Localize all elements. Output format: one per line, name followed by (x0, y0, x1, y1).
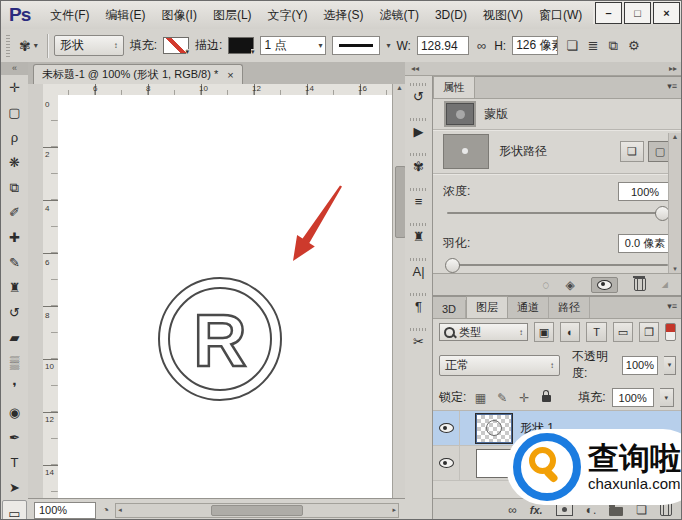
feather-slider-handle[interactable] (445, 258, 460, 273)
clone-stamp-tool[interactable]: ♜ (1, 275, 28, 300)
filter-type-layers-icon[interactable]: T (586, 322, 606, 342)
type-tool[interactable]: T (1, 450, 28, 475)
density-input[interactable]: 100% (618, 182, 672, 201)
mask-thumbnail[interactable] (446, 103, 474, 125)
layer-style-icon[interactable]: fx. (530, 504, 543, 516)
history-brush-tool[interactable]: ↺ (1, 300, 28, 325)
scroll-up-icon[interactable]: ▲ (672, 133, 679, 140)
feather-slider[interactable] (443, 257, 672, 272)
menu-edit[interactable]: 编辑(E) (98, 3, 154, 28)
fill-opacity-input[interactable]: 100% (612, 388, 654, 407)
horizontal-scrollbar[interactable]: ◂ ▸ (115, 503, 399, 518)
gear-icon[interactable]: ⚙ (626, 36, 642, 55)
add-layer-mask-button[interactable]: ❏ (620, 141, 644, 162)
mask-visibility-button[interactable] (591, 277, 618, 293)
path-operations-icon[interactable]: ❏ (564, 36, 580, 55)
menu-filter[interactable]: 滤镜(T) (372, 3, 427, 28)
menu-image[interactable]: 图像(I) (154, 3, 205, 28)
dodge-tool[interactable]: ◉ (1, 400, 28, 425)
menu-window[interactable]: 窗口(W) (531, 3, 590, 28)
filter-adjustment-layers-icon[interactable]: ◐ (560, 322, 580, 342)
clone-source-panel-button[interactable]: ♜ (405, 216, 432, 251)
blend-mode-select[interactable]: 正常 ↕ (439, 355, 560, 376)
maximize-button[interactable]: □ (624, 2, 651, 24)
filter-shape-layers-icon[interactable]: ▭ (613, 322, 633, 342)
layer-filter-select[interactable]: 类型 ↕ (439, 323, 528, 341)
path-selection-tool[interactable]: ➤ (1, 475, 28, 500)
tool-presets-panel-button[interactable]: ✂ (405, 321, 432, 356)
opacity-caret-icon[interactable]: ▾ (664, 356, 676, 375)
panel-menu-icon[interactable]: ▾≡ (667, 301, 677, 311)
blur-tool[interactable]: ❜ (1, 375, 28, 400)
crop-tool[interactable]: ⧉ (1, 175, 28, 200)
toolbar-collapse-icon[interactable]: « (1, 62, 28, 75)
mask-selection-icon[interactable]: ◌ (542, 278, 549, 292)
tab-properties[interactable]: 属性 (433, 76, 475, 98)
brush-tool[interactable]: ✎ (1, 250, 28, 275)
apply-mask-icon[interactable]: ◈ (566, 278, 575, 292)
shape-path-thumbnail[interactable] (443, 134, 489, 169)
delete-mask-button[interactable] (634, 278, 646, 291)
eyedropper-tool[interactable]: ✐ (1, 200, 28, 225)
shape-mode-select[interactable]: 形状 ↕ (54, 35, 124, 56)
filter-pixel-layers-icon[interactable]: ▣ (534, 322, 554, 342)
zoom-level-input[interactable]: 100% (34, 502, 96, 519)
stroke-swatch[interactable]: ▾ (228, 37, 254, 54)
menu-view[interactable]: 视图(V) (475, 3, 531, 28)
lock-transparency-icon[interactable]: ▦ (472, 391, 488, 405)
tab-close-icon[interactable]: × (227, 69, 233, 81)
panel-menu-icon[interactable]: ▾≡ (667, 81, 677, 91)
brush-presets-panel-button[interactable]: ≡ (405, 181, 432, 216)
tab-layers[interactable]: 图层 (466, 296, 508, 318)
stroke-width-input[interactable]: 1 点 ▾ (260, 36, 326, 55)
shape-tool[interactable]: ▭ (2, 500, 27, 520)
horizontal-scroll-thumb[interactable] (211, 505, 303, 516)
density-slider[interactable] (443, 205, 672, 220)
character-panel-button[interactable]: A| (405, 251, 432, 286)
scroll-right-icon[interactable]: ▸ (392, 506, 396, 514)
stroke-style-select[interactable] (332, 36, 380, 55)
new-group-folder-icon[interactable] (609, 507, 623, 516)
fill-caret-icon[interactable]: ▾ (660, 388, 674, 407)
quick-selection-tool[interactable]: ❋ (1, 150, 28, 175)
gradient-tool[interactable]: ▒ (1, 350, 28, 375)
actions-panel-button[interactable]: ▶ (405, 111, 432, 146)
scroll-up-icon[interactable]: ▲ (396, 84, 403, 91)
brush-panel-button[interactable]: ✾ (405, 146, 432, 181)
collapse-panels-icon[interactable]: ▸▸ (669, 64, 677, 73)
eraser-tool[interactable]: ▰ (1, 325, 28, 350)
layer-thumbnail[interactable] (476, 414, 512, 443)
filter-smart-objects-icon[interactable]: ❐ (639, 322, 659, 342)
lasso-tool[interactable]: ρ (1, 125, 28, 150)
tool-preset-picker[interactable]: ✾ ▾ (16, 36, 41, 56)
scroll-left-icon[interactable]: ◂ (118, 506, 122, 514)
pen-tool[interactable]: ✒ (1, 425, 28, 450)
link-layers-icon[interactable]: ∞ (508, 503, 517, 517)
link-dimensions-icon[interactable]: ∞ (475, 36, 488, 55)
feather-input[interactable]: 0.0 像素 (618, 234, 672, 253)
opacity-input[interactable]: 100% (622, 356, 658, 375)
document-tab[interactable]: 未标题-1 @ 100% (形状 1, RGB/8) * × (33, 64, 243, 84)
scroll-down-icon[interactable]: ▾ (669, 265, 681, 273)
layer-visibility-toggle[interactable] (433, 411, 460, 445)
menu-layer[interactable]: 图层(L) (205, 3, 260, 28)
history-panel-button[interactable]: ↺ (405, 76, 432, 111)
menu-select[interactable]: 选择(S) (316, 3, 372, 28)
menu-3d[interactable]: 3D(D) (427, 4, 475, 26)
menu-file[interactable]: 文件(F) (42, 3, 97, 28)
width-input[interactable]: 128.94 (417, 36, 469, 55)
tab-paths[interactable]: 路径 (549, 297, 590, 318)
tab-channels[interactable]: 通道 (508, 297, 549, 318)
path-arrangement-icon[interactable]: ⧉ (607, 36, 620, 56)
marquee-tool[interactable]: ▢ (1, 100, 28, 125)
close-button[interactable]: × (653, 2, 680, 24)
properties-scrollbar[interactable]: ▲ ▾ (668, 133, 681, 273)
vertical-scrollbar[interactable]: ▲ (392, 84, 406, 498)
filter-toggle-switch[interactable] (665, 323, 676, 341)
tab-3d[interactable]: 3D (433, 300, 466, 318)
lock-all-button[interactable] (538, 390, 554, 405)
menu-type[interactable]: 文字(Y) (260, 3, 316, 28)
lock-position-icon[interactable]: ✛ (516, 391, 532, 405)
height-input[interactable]: 126 像素 (512, 36, 558, 55)
move-tool[interactable]: ✛ (1, 75, 28, 100)
